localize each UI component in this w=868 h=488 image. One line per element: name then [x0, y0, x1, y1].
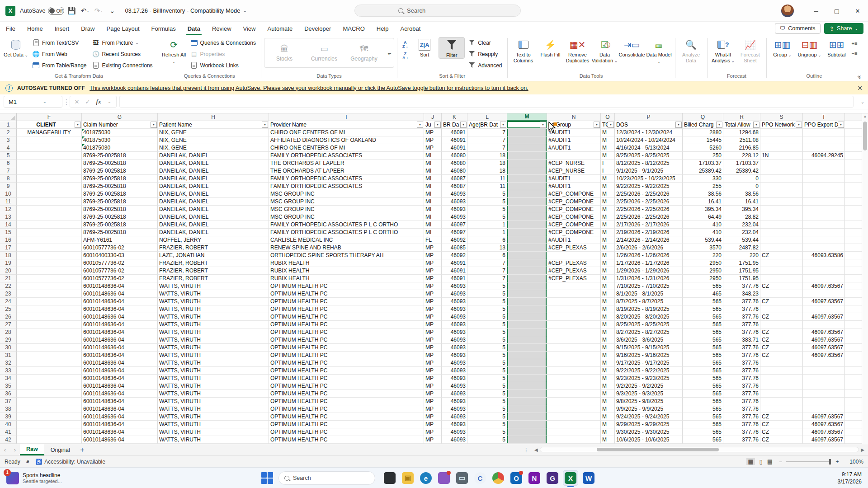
- grid-cell-F15[interactable]: [17, 229, 82, 236]
- zoom-slider[interactable]: [786, 461, 831, 462]
- grid-cell-Q17[interactable]: 3570: [683, 244, 723, 252]
- grid-cell-P24[interactable]: 8/7/2025 - 8/7/2025: [615, 298, 683, 305]
- filter-dropdown-icon[interactable]: ▼: [675, 122, 682, 128]
- row-number[interactable]: 32: [0, 359, 17, 367]
- grid-cell-F26[interactable]: [17, 313, 82, 321]
- grid-cell-Q38[interactable]: 565: [683, 405, 723, 413]
- grid-cell-T32[interactable]: [803, 359, 845, 367]
- grid-cell-T19[interactable]: [803, 259, 845, 267]
- grid-cell-K36[interactable]: 46093: [442, 390, 467, 398]
- grid-cell-L18[interactable]: 6: [467, 252, 507, 259]
- grid-cell-Q16[interactable]: 539.44: [683, 236, 723, 244]
- grid-cell-Q4[interactable]: 5260: [683, 144, 723, 152]
- grid-cell-O41[interactable]: M: [601, 428, 615, 436]
- grid-cell-P8[interactable]: 10/23/2025 - 10/23/2025: [615, 175, 683, 183]
- grid-cell-P23[interactable]: 8/1/2025 - 8/1/2025: [615, 290, 683, 298]
- grid-cell-G39[interactable]: 60010148636-04: [82, 413, 158, 421]
- grid-cell-H9[interactable]: DANEILAK, DANIEL: [158, 183, 269, 190]
- column-letter-P[interactable]: P: [615, 113, 683, 121]
- grid-cell-P6[interactable]: 8/12/2025 - 8/12/2025: [615, 160, 683, 167]
- comments-button[interactable]: 🗨Comments: [775, 23, 821, 34]
- grid-cell-K26[interactable]: 46093: [442, 313, 467, 321]
- grid-cell-P25[interactable]: 8/19/2025 - 8/19/2025: [615, 305, 683, 313]
- tab-acrobat[interactable]: Acrobat: [395, 22, 427, 35]
- grid-cell-S39[interactable]: CZ: [760, 413, 803, 421]
- grid-cell-R3[interactable]: 2511.08: [723, 136, 760, 144]
- grid-cell-M8[interactable]: [507, 175, 547, 183]
- header-cell-R1[interactable]: Total Allow▼: [723, 121, 760, 129]
- grid-cell-R4[interactable]: 2196.85: [723, 144, 760, 152]
- grid-cell-M13[interactable]: [507, 213, 547, 221]
- grid-cell-J24[interactable]: MP: [424, 298, 442, 305]
- grid-cell-F40[interactable]: [17, 421, 82, 428]
- grid-cell-I37[interactable]: OPTIMUM HEALTH PC: [269, 398, 424, 405]
- grid-cell-N33[interactable]: [547, 367, 601, 375]
- grid-cell-H34[interactable]: WATTS, VIRUTH: [158, 375, 269, 382]
- filter-dropdown-icon[interactable]: ▼: [796, 122, 802, 128]
- grid-cell-L39[interactable]: 5: [467, 413, 507, 421]
- grid-cell-M12[interactable]: [507, 206, 547, 213]
- photos-icon[interactable]: [382, 470, 397, 486]
- grid-cell-L42[interactable]: 5: [467, 436, 507, 444]
- grid-cell-O6[interactable]: I: [601, 160, 615, 167]
- grid-cell-L3[interactable]: 7: [467, 136, 507, 144]
- sheet-nav-right-icon[interactable]: ›: [10, 444, 20, 455]
- grid-cell-Q31[interactable]: 565: [683, 352, 723, 359]
- grid-cell-O30[interactable]: M: [601, 344, 615, 352]
- grid-cell-I35[interactable]: OPTIMUM HEALTH PC: [269, 382, 424, 390]
- filter-button[interactable]: Filter: [439, 37, 465, 59]
- grid-cell-O36[interactable]: M: [601, 390, 615, 398]
- row-number[interactable]: 27: [0, 321, 17, 328]
- grid-cell-Q11[interactable]: 16.41: [683, 198, 723, 206]
- grid-cell-Q30[interactable]: 565: [683, 344, 723, 352]
- grid-cell-M38[interactable]: [507, 405, 547, 413]
- normal-view-icon[interactable]: ▦: [746, 458, 755, 465]
- app-g-icon[interactable]: G: [545, 470, 560, 486]
- grid-cell-S3[interactable]: [760, 136, 803, 144]
- grid-cell-F39[interactable]: [17, 413, 82, 421]
- grid-cell-P26[interactable]: 8/20/2025 - 8/20/2025: [615, 313, 683, 321]
- grid-cell-K5[interactable]: 46080: [442, 152, 467, 160]
- grid-cell-L15[interactable]: 1: [467, 229, 507, 236]
- grid-cell-P36[interactable]: 9/3/2025 - 9/3/2025: [615, 390, 683, 398]
- grid-cell-K21[interactable]: 46091: [442, 275, 467, 282]
- grid-cell-O26[interactable]: M: [601, 313, 615, 321]
- page-layout-view-icon[interactable]: ▯: [760, 458, 763, 465]
- grid-cell-Q13[interactable]: 64.49: [683, 213, 723, 221]
- advanced-filter-button[interactable]: Advanced: [466, 60, 504, 71]
- grid-cell-J14[interactable]: MI: [424, 221, 442, 229]
- grid-cell-R42[interactable]: 377.76: [723, 436, 760, 444]
- grid-cell-S25[interactable]: [760, 305, 803, 313]
- grid-cell-O42[interactable]: M: [601, 436, 615, 444]
- scroll-up-icon[interactable]: ▲: [862, 113, 868, 120]
- column-letter-T[interactable]: T: [803, 113, 845, 121]
- grid-cell-N19[interactable]: #CEP_PLEXAS: [547, 259, 601, 267]
- grid-cell-O33[interactable]: M: [601, 367, 615, 375]
- grid-cell-Q3[interactable]: 15445: [683, 136, 723, 144]
- row-number[interactable]: 4: [0, 144, 17, 152]
- grid-cell-N28[interactable]: [547, 328, 601, 336]
- grid-cell-R14[interactable]: 232.04: [723, 221, 760, 229]
- grid-cell-I42[interactable]: OPTIMUM HEALTH PC: [269, 436, 424, 444]
- row-number[interactable]: 41: [0, 428, 17, 436]
- grid-cell-S16[interactable]: [760, 236, 803, 244]
- grid-cell-S9[interactable]: [760, 183, 803, 190]
- tab-formulas[interactable]: Formulas: [146, 22, 182, 35]
- grid-cell-T35[interactable]: [803, 382, 845, 390]
- grid-cell-R29[interactable]: 383.71: [723, 336, 760, 344]
- grid-cell-O19[interactable]: M: [601, 259, 615, 267]
- grid-cell-L41[interactable]: 5: [467, 428, 507, 436]
- sheet-tab-raw[interactable]: Raw: [20, 444, 44, 455]
- filter-dropdown-icon[interactable]: ▼: [151, 122, 157, 128]
- grid-cell-R40[interactable]: 377.76: [723, 421, 760, 428]
- grid-cell-R13[interactable]: 28.82: [723, 213, 760, 221]
- grid-cell-H40[interactable]: WATTS, VIRUTH: [158, 421, 269, 428]
- grid-cell-L28[interactable]: 5: [467, 328, 507, 336]
- grid-cell-H16[interactable]: NOFFEL, JERRY: [158, 236, 269, 244]
- grid-cell-H20[interactable]: FRAZIER, ROBERT: [158, 267, 269, 275]
- grid-cell-Q21[interactable]: 2950: [683, 275, 723, 282]
- grid-cell-M39[interactable]: [507, 413, 547, 421]
- grid-cell-R5[interactable]: 228.12: [723, 152, 760, 160]
- subtotal-button[interactable]: ⊞⊞ Subtotal: [824, 37, 850, 58]
- grid-cell-L26[interactable]: 5: [467, 313, 507, 321]
